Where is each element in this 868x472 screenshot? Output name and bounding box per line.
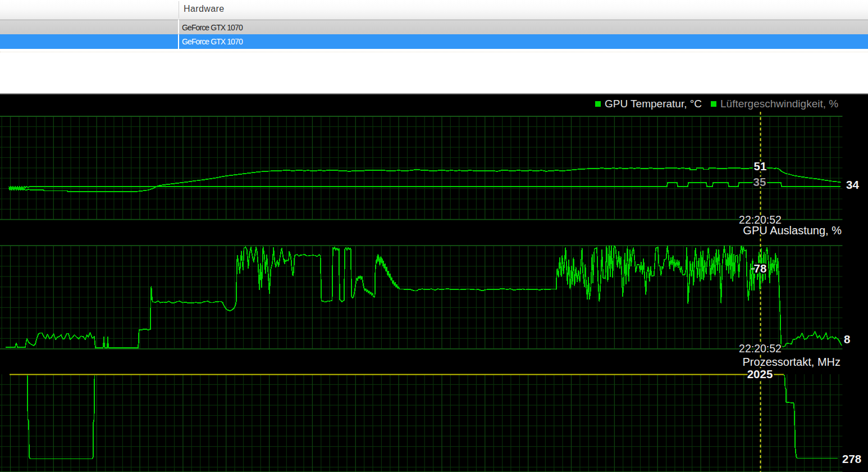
svg-text:Lüftergeschwindigkeit, %: Lüftergeschwindigkeit, %: [720, 98, 838, 110]
svg-text:278: 278: [842, 452, 861, 465]
svg-text:35: 35: [753, 175, 766, 188]
svg-text:Prozessortakt, MHz: Prozessortakt, MHz: [743, 356, 840, 368]
svg-text:22:20:52: 22:20:52: [739, 342, 782, 355]
svg-text:78: 78: [754, 262, 767, 275]
svg-text:GPU Temperatur, °C: GPU Temperatur, °C: [605, 98, 702, 110]
svg-text:51: 51: [754, 160, 767, 173]
svg-text:GPU Auslastung, %: GPU Auslastung, %: [743, 224, 842, 237]
svg-text:8: 8: [844, 333, 850, 346]
svg-text:34: 34: [846, 178, 859, 191]
svg-text:2025: 2025: [747, 367, 773, 380]
